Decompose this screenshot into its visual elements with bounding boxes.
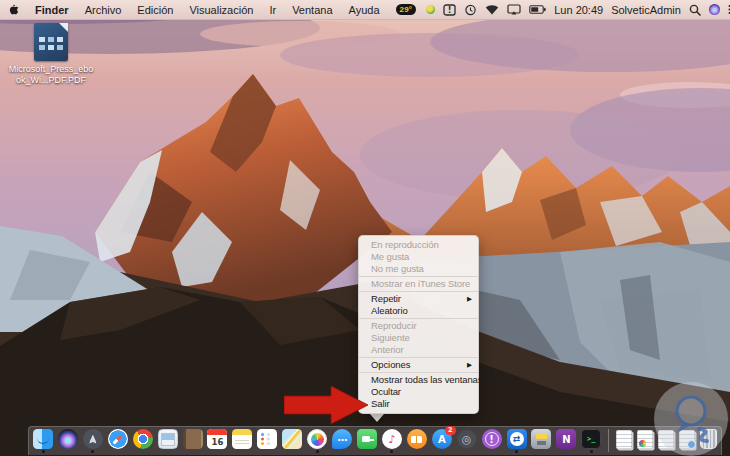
- wheel-glyph: ◎: [462, 433, 472, 446]
- dock-icon-appstore[interactable]: A2: [432, 429, 452, 449]
- dock-icon-maps[interactable]: [282, 429, 302, 449]
- time-machine-icon[interactable]: [464, 4, 477, 16]
- teamviewer-glyph: ⇄: [513, 434, 521, 444]
- dock-icon-file3[interactable]: [679, 430, 695, 449]
- submenu-arrow-icon: ▶: [467, 359, 472, 371]
- menu-item-salir[interactable]: Salir: [359, 398, 478, 410]
- menu-item-label: Repetir: [371, 293, 401, 305]
- menu-separator: [359, 291, 478, 292]
- menu-item-no-me-gusta: No me gusta: [359, 263, 478, 275]
- menu-item-label: En reproducción: [371, 239, 439, 251]
- menu-item-mostrar-todas-las-ventanas[interactable]: Mostrar todas las ventanas: [359, 374, 478, 386]
- menubar-app-menu[interactable]: Finder: [35, 4, 69, 16]
- menu-item-label: Ocultar: [371, 386, 401, 398]
- dock-divider: [608, 429, 609, 452]
- menu-item-en-reproducci-n: En reproducción: [359, 239, 478, 251]
- menubar-menu-ayuda[interactable]: Ayuda: [349, 4, 380, 16]
- menu-item-siguiente: Siguiente: [359, 332, 478, 344]
- appstore-glyph: A: [438, 434, 446, 445]
- menu-item-ocultar[interactable]: Ocultar: [359, 386, 478, 398]
- dock-icon-teamviewer[interactable]: ⇄: [507, 429, 527, 449]
- dock-icon-chrome[interactable]: [133, 429, 153, 449]
- menu-item-anterior: Anterior: [359, 344, 478, 356]
- menu-separator: [359, 318, 478, 319]
- dock-icon-calendar[interactable]: 16: [207, 429, 227, 449]
- input-alert-icon[interactable]: !: [443, 4, 456, 16]
- menubar-menu-ventana[interactable]: Ventana: [292, 4, 332, 16]
- dock-icon-ibooks[interactable]: [407, 429, 427, 449]
- dock-icon-docstack[interactable]: [616, 430, 632, 449]
- dock-icon-wheel[interactable]: ◎: [457, 429, 477, 449]
- messages-glyph: …: [338, 432, 347, 443]
- menu-item-label: Mostrar todas las ventanas: [371, 374, 482, 386]
- running-indicator-dot: [91, 450, 94, 453]
- dock-icon-reminders[interactable]: [257, 429, 277, 449]
- dock-icon-file1[interactable]: [637, 430, 653, 449]
- wifi-icon[interactable]: [485, 4, 499, 15]
- menu-item-repetir[interactable]: Repetir▶: [359, 293, 478, 305]
- battery-icon[interactable]: [529, 5, 546, 14]
- itunes-glyph: ♪: [388, 433, 395, 446]
- dock-icon-printer[interactable]: [531, 429, 551, 449]
- weather-app-icon[interactable]: [426, 5, 435, 14]
- onenote-glyph: N: [562, 434, 570, 445]
- menu-separator: [359, 372, 478, 373]
- dock-icon-notes[interactable]: [232, 429, 252, 449]
- menu-item-label: Me gusta: [371, 251, 409, 263]
- dock-icon-onenote[interactable]: N: [556, 429, 576, 449]
- running-indicator-dot: [590, 450, 593, 453]
- dock-icon-itunes[interactable]: ♪: [382, 429, 402, 449]
- itunes-dock-context-menu: En reproducciónMe gustaNo me gustaMostra…: [358, 235, 479, 414]
- menubar-username[interactable]: SolveticAdmin: [611, 4, 681, 16]
- apple-menu-icon[interactable]: [8, 3, 20, 16]
- dock-icon-messages[interactable]: …: [332, 429, 352, 449]
- dock-icon-alert[interactable]: !: [482, 429, 502, 449]
- menu-item-mostrar-en-itunes-store: Mostrar en iTunes Store: [359, 278, 478, 290]
- dock-icon-trash[interactable]: [700, 429, 717, 449]
- weather-widget[interactable]: 29°: [396, 4, 417, 15]
- dock-icon-contacts[interactable]: [183, 429, 203, 449]
- menu-item-label: No me gusta: [371, 263, 424, 275]
- desktop-file-pdf[interactable]: Microsoft_Press_ebook_Wi...PDF.PDF: [8, 23, 94, 86]
- dock: 16…♪A2◎!⇄N>_: [28, 426, 722, 455]
- dock-icon-file2[interactable]: [658, 430, 674, 449]
- airplay-display-icon[interactable]: [507, 4, 521, 15]
- spotlight-search-icon[interactable]: [689, 4, 701, 16]
- menu-item-label: Mostrar en iTunes Store: [371, 278, 470, 290]
- desktop: Finder ArchivoEdiciónVisualizaciónIrVent…: [0, 0, 730, 456]
- menu-item-opciones[interactable]: Opciones▶: [359, 359, 478, 371]
- dock-icon-terminal[interactable]: >_: [581, 429, 601, 449]
- dock-icon-facetime[interactable]: [357, 429, 377, 449]
- running-indicator-dot: [515, 450, 518, 453]
- red-arrow-annotation: [284, 384, 370, 426]
- menu-item-label: Anterior: [371, 344, 403, 356]
- menu-item-me-gusta: Me gusta: [359, 251, 478, 263]
- menubar-menu-ir[interactable]: Ir: [269, 4, 276, 16]
- running-indicator-dot: [316, 450, 319, 453]
- dock-icon-siri[interactable]: [58, 429, 78, 449]
- dock-icon-safari[interactable]: [108, 429, 128, 449]
- pdf-thumbnail: [34, 23, 68, 61]
- svg-text:!: !: [448, 6, 452, 15]
- menu-separator: [359, 276, 478, 277]
- menu-separator: [359, 357, 478, 358]
- menubar-menu-visualizaci-n[interactable]: Visualización: [189, 4, 253, 16]
- siri-menubar-icon[interactable]: [709, 4, 720, 15]
- dock-icon-finder[interactable]: [33, 429, 53, 449]
- notification-badge: 2: [445, 426, 456, 435]
- menubar-menu-edici-n[interactable]: Edición: [137, 4, 173, 16]
- terminal-glyph: >_: [587, 435, 595, 443]
- dock-icon-launchpad[interactable]: [83, 429, 103, 449]
- running-indicator-dot: [42, 450, 45, 453]
- submenu-arrow-icon: ▶: [467, 293, 472, 305]
- menu-item-label: Aleatorio: [371, 305, 408, 317]
- calendar-day-number: 16: [212, 437, 224, 447]
- dock-icon-mail[interactable]: [158, 429, 178, 449]
- menu-bar: Finder ArchivoEdiciónVisualizaciónIrVent…: [0, 0, 730, 20]
- menubar-menu-archivo[interactable]: Archivo: [85, 4, 122, 16]
- menu-item-aleatorio[interactable]: Aleatorio: [359, 305, 478, 317]
- dock-icon-photos[interactable]: [307, 429, 327, 449]
- menubar-clock[interactable]: Lun 20:49: [554, 4, 603, 16]
- menu-item-reproducir: Reproducir: [359, 320, 478, 332]
- running-indicator-dot: [390, 450, 393, 453]
